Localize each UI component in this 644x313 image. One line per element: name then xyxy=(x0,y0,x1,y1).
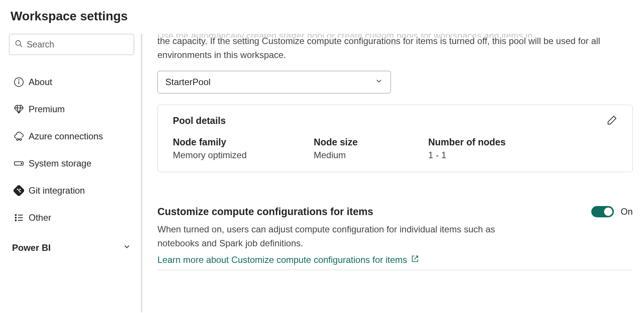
toggle-state-label: On xyxy=(621,206,633,217)
node-family-label: Node family xyxy=(173,137,314,148)
customize-compute-toggle[interactable] xyxy=(591,206,614,217)
content-panel: Use the automatically created starter po… xyxy=(142,34,644,312)
svg-point-4 xyxy=(18,80,19,80)
num-nodes-label: Number of nodes xyxy=(428,137,506,148)
pool-details-card: Pool details Node family Memory optimize… xyxy=(157,105,633,172)
sidebar-section-label: Power BI xyxy=(12,243,51,253)
svg-point-17 xyxy=(15,217,16,218)
node-size-label: Node size xyxy=(314,137,428,148)
learn-more-link[interactable]: Learn more about Customize compute confi… xyxy=(157,255,419,265)
git-icon xyxy=(10,185,29,196)
search-icon xyxy=(15,40,27,49)
sidebar-item-git-integration[interactable]: Git integration xyxy=(9,179,134,203)
sidebar-item-label: About xyxy=(29,77,52,87)
svg-point-0 xyxy=(16,41,21,46)
pool-details-header: Pool details xyxy=(173,115,226,126)
diamond-icon xyxy=(10,104,29,115)
info-icon xyxy=(10,77,29,87)
toggle-knob xyxy=(604,208,612,216)
pool-select[interactable]: StarterPool xyxy=(157,71,391,93)
list-icon xyxy=(10,212,29,223)
sidebar-item-about[interactable]: About xyxy=(9,70,134,94)
num-nodes-value: 1 - 1 xyxy=(428,150,506,160)
sidebar-item-system-storage[interactable]: System storage xyxy=(9,151,134,176)
node-family-value: Memory optimized xyxy=(173,150,314,160)
svg-point-15 xyxy=(15,215,16,216)
node-size-value: Medium xyxy=(314,150,428,160)
svg-point-19 xyxy=(15,220,16,221)
learn-more-text: Learn more about Customize compute confi… xyxy=(157,255,407,265)
chevron-down-icon xyxy=(375,77,383,87)
cloud-icon xyxy=(10,131,29,142)
intro-text: the capacity. If the setting Customize c… xyxy=(157,34,633,62)
pool-select-value: StarterPool xyxy=(165,77,211,87)
storage-icon xyxy=(10,158,29,169)
customize-compute-description: When turned on, users can adjust compute… xyxy=(157,222,508,250)
sidebar-item-label: System storage xyxy=(29,158,92,169)
sidebar: About Premium Azure connections System s… xyxy=(0,34,142,312)
sidebar-item-azure-connections[interactable]: Azure connections xyxy=(9,124,134,148)
search-box[interactable] xyxy=(9,34,134,55)
svg-point-5 xyxy=(17,139,18,140)
edit-button[interactable] xyxy=(607,115,617,127)
sidebar-item-other[interactable]: Other xyxy=(9,206,134,230)
chevron-down-icon xyxy=(123,243,131,253)
svg-point-6 xyxy=(20,139,21,140)
svg-point-8 xyxy=(21,163,22,164)
main-area: About Premium Azure connections System s… xyxy=(0,34,644,312)
sidebar-item-label: Git integration xyxy=(29,185,85,196)
search-input[interactable] xyxy=(27,40,128,50)
sidebar-item-label: Azure connections xyxy=(29,131,103,142)
page-title: Workspace settings xyxy=(0,0,644,34)
customize-compute-setting: Customize compute configurations for ite… xyxy=(157,206,633,270)
customize-compute-title: Customize compute configurations for ite… xyxy=(157,206,373,218)
sidebar-item-label: Premium xyxy=(29,104,65,115)
sidebar-item-label: Other xyxy=(29,212,51,223)
sidebar-item-premium[interactable]: Premium xyxy=(9,97,134,121)
sidebar-section-powerbi[interactable]: Power BI xyxy=(9,237,134,258)
external-link-icon xyxy=(411,255,419,265)
svg-line-1 xyxy=(20,45,22,47)
